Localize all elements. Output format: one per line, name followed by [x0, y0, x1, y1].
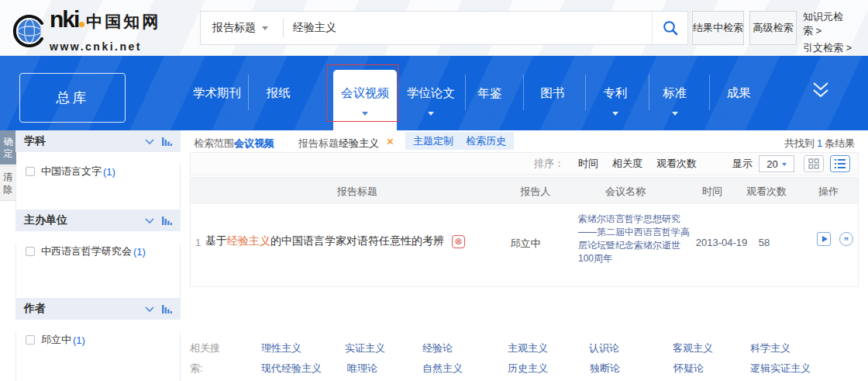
table-header-row: 报告标题 报告人 会议名称 时间 观看次数 操作	[191, 178, 858, 204]
checkbox[interactable]	[26, 247, 35, 256]
col-report-title: 报告标题	[337, 185, 377, 199]
related-link[interactable]: 逻辑实证主义	[750, 362, 811, 376]
bar-chart-icon[interactable]	[162, 216, 172, 225]
tab-conference-video-selected[interactable]: 会议视频	[333, 70, 397, 130]
logo-dot-icon	[79, 22, 84, 27]
facet-group-subject: 学科 中国语言文字(1)	[16, 130, 181, 214]
col-conference-name: 会议名称	[605, 185, 646, 199]
sort-by-views[interactable]: 观看次数	[656, 157, 697, 171]
facet-item-count: (1)	[133, 246, 146, 258]
grid-view-button[interactable]	[804, 155, 824, 172]
speaker-name: 邱立中	[511, 237, 541, 251]
related-link[interactable]: 理性主义	[261, 341, 301, 355]
col-date: 时间	[702, 185, 722, 199]
related-link[interactable]: 主观主义	[508, 341, 548, 355]
bar-chart-icon[interactable]	[162, 304, 172, 313]
cite-button[interactable]: ”	[839, 232, 853, 246]
search-scope-dropdown[interactable]: 报告标题	[201, 12, 283, 44]
header: nki 中国知网 www.cnki.net 报告标题 结果中检索	[0, 0, 868, 56]
search-within-results-button[interactable]: 结果中检索	[692, 11, 744, 45]
related-link[interactable]: 客观主义	[673, 341, 713, 355]
play-video-button[interactable]	[817, 232, 831, 246]
scope-value: 会议视频	[234, 137, 274, 151]
facet-group-organizer: 主办单位 中西语言哲学研究会(1)	[16, 210, 181, 302]
related-link[interactable]: 现代经验主义	[261, 362, 322, 376]
tab-patents[interactable]: 专利	[604, 85, 628, 102]
related-search-label: 索:	[190, 362, 203, 376]
play-icon	[822, 236, 828, 242]
chevron-down-icon	[672, 112, 678, 119]
cnki-search-results-page: nki 中国知网 www.cnki.net 报告标题 结果中检索	[0, 0, 868, 381]
results-count-number: 1	[815, 137, 825, 149]
col-views: 观看次数	[746, 185, 787, 199]
tab-conference-video-label: 会议视频	[341, 85, 389, 102]
related-link[interactable]: 经验论	[422, 341, 453, 355]
facet-group-author: 作者 邱立中(1)	[16, 298, 181, 381]
tab-total-library[interactable]: 总库	[19, 73, 126, 123]
conference-name-link[interactable]: 索绪尔语言哲学思想研究——第二届中西语言哲学高层论坛暨纪念索绪尔逝世100周年	[578, 213, 691, 265]
related-link[interactable]: 怀疑论	[673, 362, 704, 376]
search-button[interactable]	[652, 12, 687, 44]
facet-item[interactable]: 中国语言文字(1)	[16, 165, 180, 178]
knowledge-element-search-link[interactable]: 知识元检 索 >	[803, 10, 852, 38]
tab-newspapers[interactable]: 报纸	[267, 85, 291, 102]
term-value: 经验主义	[339, 137, 379, 151]
collapse-chevron-icon[interactable]	[145, 218, 154, 223]
facet-item-count: (1)	[73, 334, 85, 346]
tab-standards[interactable]: 标准	[663, 85, 687, 102]
list-view-button[interactable]	[830, 155, 850, 172]
search-history-button[interactable]: 检索历史	[458, 132, 514, 150]
checkbox[interactable]	[26, 167, 35, 176]
highlighted-term: 经验主义	[227, 234, 270, 248]
view-count: 58	[759, 237, 770, 248]
related-link[interactable]: 自然主义	[422, 362, 463, 376]
checkbox[interactable]	[26, 335, 35, 345]
clear-filter-button[interactable]: 清除	[0, 165, 16, 201]
results-count-text: 共找到1条结果	[784, 137, 855, 151]
more-categories-button[interactable]	[811, 81, 831, 102]
tab-dissertations[interactable]: 学位论文	[407, 85, 455, 102]
double-chevron-down-icon	[811, 81, 831, 99]
tab-academic-journals[interactable]: 学术期刊	[193, 85, 241, 102]
advanced-search-button[interactable]: 高级检索	[749, 11, 797, 45]
sort-by-relevance[interactable]: 相关度	[612, 157, 642, 171]
related-link[interactable]: 认识论	[589, 341, 619, 355]
facet-item[interactable]: 邱立中(1)	[16, 333, 180, 347]
divider	[465, 74, 466, 110]
globe-icon	[12, 14, 46, 48]
main-navbar: 总库 学术期刊 报纸 学位论文 年鉴 图书 专利 标准 成果 会议视频	[0, 56, 868, 130]
search-input[interactable]	[284, 12, 652, 44]
apply-filter-button[interactable]: 确定	[0, 130, 16, 165]
collapse-chevron-icon[interactable]	[145, 139, 154, 144]
facet-item-label: 邱立中	[41, 333, 71, 347]
search-scope-value: 报告标题	[212, 21, 256, 35]
related-link[interactable]: 独断论	[590, 362, 620, 376]
related-link[interactable]: 实证主义	[345, 341, 385, 355]
tab-achievements[interactable]: 成果	[727, 85, 751, 102]
table-row: 1 基于经验主义的中国语言学家对语符任意性的考辨 ⊗ 邱立中 索绪尔语言哲学思想…	[191, 204, 858, 286]
result-title-link[interactable]: 基于经验主义的中国语言学家对语符任意性的考辨 ⊗	[205, 234, 465, 248]
related-link[interactable]: 科学主义	[750, 341, 790, 355]
citation-search-link[interactable]: 引文检索 >	[803, 41, 852, 55]
tab-books[interactable]: 图书	[541, 85, 565, 102]
chevron-down-icon	[612, 112, 618, 119]
tab-yearbooks[interactable]: 年鉴	[478, 85, 502, 102]
logo-brand: nki	[50, 9, 78, 30]
divider	[585, 74, 586, 110]
cnki-logo[interactable]: nki 中国知网 www.cnki.net	[12, 9, 160, 53]
chevron-down-icon	[428, 112, 434, 119]
facet-item[interactable]: 中西语言哲学研究会(1)	[16, 244, 180, 258]
bar-chart-icon[interactable]	[162, 137, 172, 146]
page-size-select[interactable]: 20	[759, 155, 794, 172]
col-speaker: 报告人	[521, 185, 551, 199]
topic-customize-button[interactable]: 主题定制	[405, 132, 461, 150]
grid-view-icon	[804, 155, 824, 172]
results-table: 报告标题 报告人 会议名称 时间 观看次数 操作 1 基于经验主义的中国语言学家…	[190, 177, 859, 287]
collapse-chevron-icon[interactable]	[145, 307, 154, 312]
sort-by-time[interactable]: 时间	[578, 157, 598, 171]
logo-site-url: www.cnki.net	[50, 40, 160, 53]
remove-filter-close-icon[interactable]: ✕	[386, 136, 394, 147]
related-link[interactable]: 唯理论	[347, 362, 377, 376]
related-link[interactable]: 历史主义	[508, 362, 548, 376]
report-date: 2013-04-19	[696, 237, 748, 248]
